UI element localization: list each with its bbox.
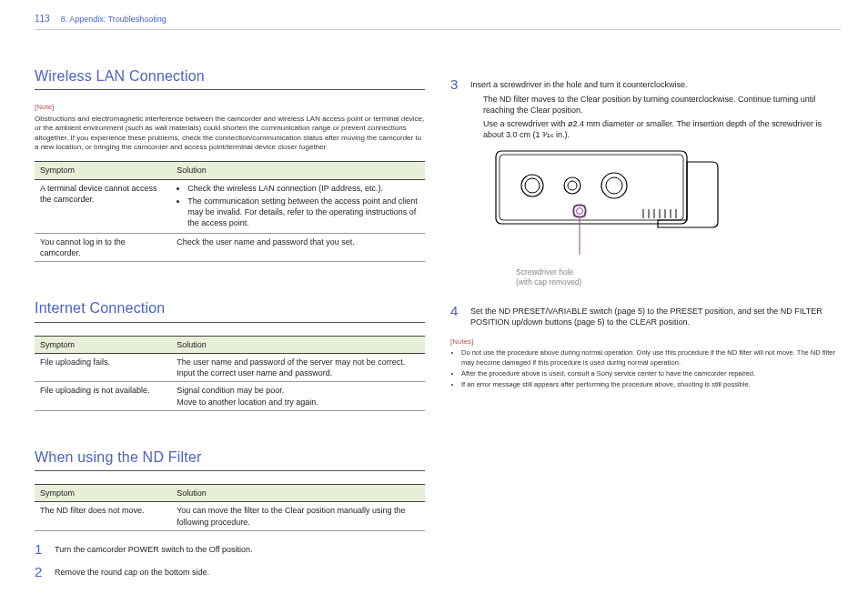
procedure-steps: 1 Turn the camcorder POWER switch to the… xyxy=(35,542,425,579)
cell-symptom: File uploading fails. xyxy=(35,354,171,382)
bullet-item: Use a screwdriver with ø2.4 mm diameter … xyxy=(483,118,841,140)
table-row: File uploading is not available. Signal … xyxy=(35,382,425,410)
svg-point-15 xyxy=(573,205,586,217)
note-item: If an error message still appears after … xyxy=(461,380,841,389)
th-solution: Solution xyxy=(171,162,425,179)
svg-point-12 xyxy=(568,181,577,190)
th-solution: Solution xyxy=(171,485,425,502)
note-label: [Note] xyxy=(35,103,425,113)
step-3: 3 Insert a screwdriver in the hole and t… xyxy=(450,77,841,288)
svg-point-16 xyxy=(577,208,583,215)
cell-symptom: You cannot log in to the camcorder. xyxy=(35,234,171,262)
step-text: Insert a screwdriver in the hole and tur… xyxy=(470,80,688,89)
step-sub-bullets: The ND filter moves to the Clear positio… xyxy=(470,94,841,141)
th-solution: Solution xyxy=(171,337,425,354)
procedure-steps-cont: 3 Insert a screwdriver in the hole and t… xyxy=(450,77,841,328)
left-column: Wireless LAN Connection [Note] Obstructi… xyxy=(35,66,425,588)
notes-block: [Notes] Do not use the procedure above d… xyxy=(450,337,841,389)
two-column-layout: Wireless LAN Connection [Note] Obstructi… xyxy=(35,66,841,588)
caption-line: Screwdriver hole xyxy=(516,267,573,277)
table-row: A terminal device cannot access the camc… xyxy=(35,179,425,234)
solution-item: Check the wireless LAN connection (IP ad… xyxy=(187,183,419,194)
section-rule xyxy=(35,89,425,90)
step-number: 1 xyxy=(35,542,45,556)
cell-symptom: File uploading is not available. xyxy=(35,382,171,410)
table-row: The ND filter does not move. You can mov… xyxy=(35,502,425,530)
svg-point-14 xyxy=(606,177,622,194)
cell-solution: Check the user name and password that yo… xyxy=(171,234,425,262)
svg-rect-17 xyxy=(574,206,585,216)
cell-solution: Signal condition may be poor. Move to an… xyxy=(171,382,425,410)
svg-rect-1 xyxy=(500,155,683,220)
step-4: 4 Set the ND PRESET/VARIABLE switch (pag… xyxy=(450,304,841,327)
right-column: 3 Insert a screwdriver in the hole and t… xyxy=(450,66,841,588)
solution-item: The communication setting between the ac… xyxy=(187,196,419,228)
th-symptom: Symptom xyxy=(35,337,171,354)
step-text: Turn the camcorder POWER switch to the O… xyxy=(55,542,425,556)
step-body: Insert a screwdriver in the hole and tur… xyxy=(470,77,841,288)
internet-table: Symptom Solution File uploading fails. T… xyxy=(35,336,425,411)
note-item: Do not use the procedure above during no… xyxy=(461,348,841,367)
document-page: 113 8. Appendix: Troubleshooting Wireles… xyxy=(0,0,868,614)
section-title-nd: When using the ND Filter xyxy=(35,448,425,468)
th-symptom: Symptom xyxy=(35,162,171,179)
step-text: Remove the round cap on the bottom side. xyxy=(55,565,425,579)
section-title-internet: Internet Connection xyxy=(35,298,425,318)
cell-symptom: The ND filter does not move. xyxy=(35,502,171,530)
camcorder-bottom-diagram xyxy=(489,146,725,264)
step-1: 1 Turn the camcorder POWER switch to the… xyxy=(35,542,425,556)
cell-solution: The user name and password of the server… xyxy=(171,354,425,382)
step-number: 4 xyxy=(450,304,461,327)
step-2: 2 Remove the round cap on the bottom sid… xyxy=(35,565,425,579)
page-header: 113 8. Appendix: Troubleshooting xyxy=(35,13,841,30)
step-number: 2 xyxy=(35,565,45,579)
svg-point-10 xyxy=(525,178,540,193)
table-row: You cannot log in to the camcorder. Chec… xyxy=(35,234,425,262)
notes-label: [Notes] xyxy=(450,337,841,347)
wlan-table: Symptom Solution A terminal device canno… xyxy=(35,161,425,262)
svg-point-11 xyxy=(564,177,580,194)
nd-table: Symptom Solution The ND filter does not … xyxy=(35,484,425,530)
table-row: File uploading fails. The user name and … xyxy=(35,354,425,382)
diagram-caption: Screwdriver hole (with cap removed) xyxy=(516,267,841,287)
note-text: Obstructions and electromagnetic interfe… xyxy=(35,115,425,153)
svg-rect-0 xyxy=(496,151,687,224)
section-rule xyxy=(35,322,425,323)
bullet-item: The ND filter moves to the Clear positio… xyxy=(483,94,841,116)
cell-solution: You can move the filter to the Clear pos… xyxy=(171,502,425,530)
caption-line: (with cap removed) xyxy=(516,277,581,287)
cell-symptom: A terminal device cannot access the camc… xyxy=(35,179,171,234)
cell-solution: Check the wireless LAN connection (IP ad… xyxy=(171,179,425,234)
section-rule xyxy=(35,470,425,471)
svg-point-13 xyxy=(601,173,627,198)
step-text: Set the ND PRESET/VARIABLE switch (page … xyxy=(470,304,841,327)
note-item: After the procedure above is used, consu… xyxy=(461,369,841,378)
breadcrumb: 8. Appendix: Troubleshooting xyxy=(61,14,167,25)
section-title-wlan: Wireless LAN Connection xyxy=(35,66,425,86)
page-number: 113 xyxy=(35,13,50,25)
th-symptom: Symptom xyxy=(35,485,171,502)
step-number: 3 xyxy=(450,77,461,288)
